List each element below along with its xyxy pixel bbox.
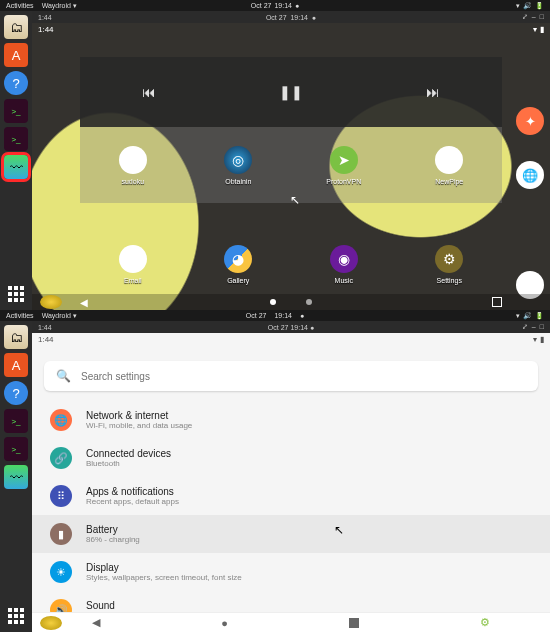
obtainium-app[interactable]: ◎Obtainin: [202, 146, 274, 185]
play-pause-button[interactable]: ❚❚: [279, 84, 303, 100]
settings-icon: ⚙: [435, 245, 463, 273]
app-label: Music: [335, 277, 353, 284]
connected-devices-icon: 🔗: [50, 447, 72, 469]
back-button[interactable]: ◀: [92, 616, 100, 629]
nav-bar: ◀ ● ⚙: [32, 612, 550, 632]
protonvpn-app[interactable]: ➤ProtonVPN: [308, 146, 380, 185]
app-drawer-handle[interactable]: [40, 616, 62, 630]
settings-item-apps[interactable]: ⠿ Apps & notificationsRecent apps, defau…: [32, 477, 550, 515]
search-icon: 🔍: [56, 369, 71, 383]
display-icon: ☀: [50, 561, 72, 583]
settings-list: 🌐 Network & internetWi-Fi, mobile, and d…: [32, 401, 550, 629]
files-icon[interactable]: 🗂: [4, 15, 28, 39]
window-titlebar: 1:44 Oct 27 19:14 ● ⤢ – □: [32, 321, 550, 333]
minimize-button[interactable]: –: [532, 323, 536, 331]
app-drawer-handle[interactable]: [40, 295, 62, 309]
floating-bubble-2[interactable]: 🌐: [516, 161, 544, 189]
settings-subtitle: Recent apps, default apps: [86, 497, 179, 506]
floating-bubble-1[interactable]: ✦: [516, 107, 544, 135]
files-icon[interactable]: 🗂: [4, 325, 28, 349]
recents-button[interactable]: [349, 618, 359, 628]
previous-button[interactable]: ⏮: [142, 84, 156, 100]
settings-subtitle: Styles, wallpapers, screen timeout, font…: [86, 573, 242, 582]
system-tray[interactable]: ▾🔊🔋: [516, 312, 544, 320]
resize-icon[interactable]: ⤢: [522, 323, 528, 331]
system-tray[interactable]: ▾ 🔊 🔋: [516, 2, 544, 10]
next-button[interactable]: ⏭: [426, 84, 440, 100]
settings-title: Network & internet: [86, 410, 192, 421]
settings-item-network[interactable]: 🌐 Network & internetWi-Fi, mobile, and d…: [32, 401, 550, 439]
settings-title: Connected devices: [86, 448, 171, 459]
settings-item-display[interactable]: ☀ DisplayStyles, wallpapers, screen time…: [32, 553, 550, 591]
gallery-app[interactable]: ◕Gallery: [202, 245, 274, 284]
settings-app[interactable]: ⚙Settings: [413, 245, 485, 284]
dock: 🗂 A ? >_ >_ 〰: [0, 11, 32, 310]
obtainium-icon: ◎: [224, 146, 252, 174]
software-store-icon[interactable]: A: [4, 43, 28, 67]
settings-item-connected[interactable]: 🔗 Connected devicesBluetooth: [32, 439, 550, 477]
android-status-bar[interactable]: 1:44 ▾▮: [32, 333, 550, 345]
newpipe-app[interactable]: ▶NewPipe: [413, 146, 485, 185]
waydroid-icon[interactable]: 〰: [4, 155, 28, 179]
show-apps-button[interactable]: [4, 282, 28, 306]
close-button[interactable]: □: [540, 323, 544, 331]
app-menu[interactable]: Waydroid ▾: [42, 312, 77, 320]
search-input[interactable]: [81, 371, 526, 382]
battery-icon: ▮: [540, 25, 544, 34]
terminal-icon[interactable]: >_: [4, 99, 28, 123]
settings-title: Sound: [86, 600, 204, 611]
tray-battery-icon: 🔋: [535, 2, 544, 10]
wifi-icon: ▾: [533, 335, 537, 344]
android-status-bar[interactable]: 1:44 ▾ ▮: [32, 23, 550, 35]
app-row: ⊞sudoku ◎Obtainin ➤ProtonVPN ▶NewPipe: [80, 127, 502, 203]
tray-volume-icon: 🔊: [523, 2, 532, 10]
back-button[interactable]: ◀: [80, 297, 88, 308]
settings-title: Battery: [86, 524, 140, 535]
tray-network-icon: ▾: [516, 2, 520, 10]
terminal-icon-2[interactable]: >_: [4, 127, 28, 151]
app-label: sudoku: [121, 178, 144, 185]
help-icon[interactable]: ?: [4, 381, 28, 405]
home-button[interactable]: ●: [221, 617, 228, 629]
minimize-button[interactable]: –: [532, 13, 536, 21]
status-time: 1:44: [38, 25, 54, 34]
music-app[interactable]: ◉Music: [308, 245, 380, 284]
app-label: NewPipe: [435, 178, 463, 185]
waydroid-icon[interactable]: 〰: [4, 465, 28, 489]
gnome-top-bar: Activities Waydroid ▾ Oct 27 19:14 ● ▾ 🔊…: [0, 0, 550, 11]
gallery-icon: ◕: [224, 245, 252, 273]
media-widget: ⏮ ❚❚ ⏭: [80, 57, 502, 127]
email-icon: @: [119, 245, 147, 273]
mouse-cursor: ↖: [334, 523, 344, 537]
terminal-icon-2[interactable]: >_: [4, 437, 28, 461]
software-store-icon[interactable]: A: [4, 353, 28, 377]
app-label: Obtainin: [225, 178, 251, 185]
music-icon: ◉: [330, 245, 358, 273]
dock: 🗂 A ? >_ >_ 〰: [0, 321, 32, 632]
status-clock: 1:44: [38, 14, 52, 21]
gnome-top-bar: Activities Waydroid ▾ Oct 27 19:14 ● ▾🔊🔋: [0, 310, 550, 321]
resize-icon[interactable]: ⤢: [522, 13, 528, 21]
sudoku-icon: ⊞: [119, 146, 147, 174]
topbar-time: 19:14: [274, 2, 292, 9]
activities-button[interactable]: Activities: [6, 2, 34, 9]
settings-item-battery[interactable]: ▮ Battery86% - charging: [32, 515, 550, 553]
help-icon[interactable]: ?: [4, 71, 28, 95]
battery-icon: ▮: [540, 335, 544, 344]
wifi-icon: ▾: [533, 25, 537, 34]
email-app[interactable]: @Email: [97, 245, 169, 284]
settings-search[interactable]: 🔍: [44, 361, 538, 391]
app-menu[interactable]: Waydroid ▾: [42, 2, 77, 10]
activities-button[interactable]: Activities: [6, 312, 34, 319]
settings-subtitle: 86% - charging: [86, 535, 140, 544]
app-label: Gallery: [227, 277, 249, 284]
close-button[interactable]: □: [540, 13, 544, 21]
sudoku-app[interactable]: ⊞sudoku: [97, 146, 169, 185]
show-apps-button[interactable]: [4, 604, 28, 628]
page-indicator: [270, 299, 312, 305]
recents-button[interactable]: [492, 297, 502, 307]
app-label: Settings: [437, 277, 462, 284]
settings-nav-icon[interactable]: ⚙: [480, 616, 490, 629]
nav-bar: ◀: [32, 294, 550, 310]
terminal-icon[interactable]: >_: [4, 409, 28, 433]
